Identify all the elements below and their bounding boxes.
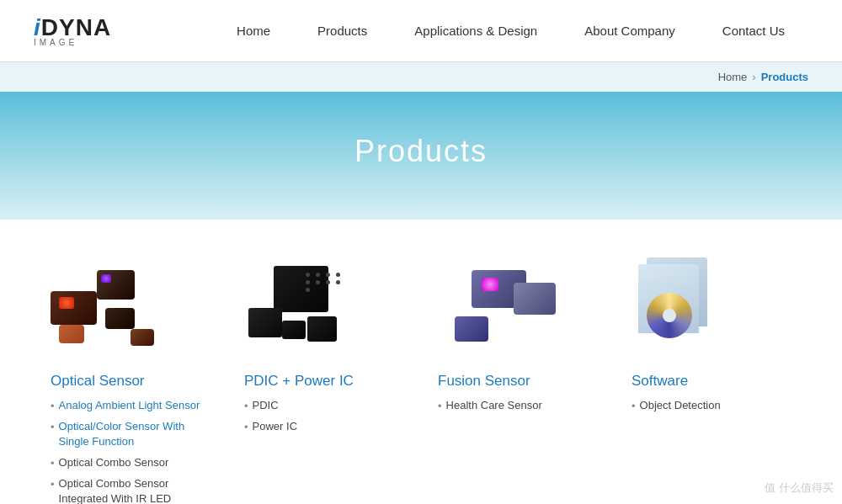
- item-label: Object Detection: [640, 398, 721, 413]
- logo: iDYNA IMAGE: [34, 14, 111, 47]
- pdic-dots: [306, 273, 343, 292]
- dot: [306, 288, 310, 292]
- pdic-chip-med1: [248, 308, 282, 337]
- optical-sensor-title[interactable]: Optical Sensor: [51, 373, 210, 390]
- dot: [306, 280, 310, 284]
- pdic-chip-big: [274, 266, 328, 312]
- sw-disc: [647, 293, 692, 338]
- header: iDYNA IMAGE Home Products Applications &…: [0, 0, 842, 62]
- nav-applications[interactable]: Applications & Design: [391, 0, 561, 62]
- chip3: [105, 308, 135, 329]
- product-col-fusion: Fusion Sensor Health Care Sensor: [438, 253, 598, 419]
- list-item: Health Care Sensor: [438, 398, 598, 414]
- software-title[interactable]: Software: [632, 373, 791, 390]
- list-item: Optical Combo Sensor Integrated With IR …: [51, 476, 210, 504]
- chip-purple: [101, 274, 111, 283]
- fusion-center: [482, 278, 498, 291]
- fusion-chip-right: [514, 283, 556, 315]
- list-item: Optical/Color Sensor With Single Functio…: [51, 419, 210, 449]
- dot: [336, 273, 340, 277]
- list-item: Analog Ambient Light Sensor: [51, 398, 210, 414]
- list-item: Object Detection: [632, 398, 791, 414]
- pdic-list: PDIC Power IC: [244, 398, 404, 435]
- chip-center: [59, 297, 74, 309]
- dot: [326, 280, 330, 284]
- fusion-graphic: [438, 262, 564, 354]
- fusion-list: Health Care Sensor: [438, 398, 598, 414]
- dot: [336, 280, 340, 284]
- chip4: [59, 325, 84, 343]
- optical-sensor-graphic: [51, 262, 185, 354]
- list-item: Power IC: [244, 419, 404, 435]
- pdic-graphic: [244, 262, 354, 354]
- nav-products[interactable]: Products: [294, 0, 391, 62]
- item-label[interactable]: Analog Ambient Light Sensor: [59, 398, 200, 413]
- list-item: PDIC: [244, 398, 404, 414]
- pdic-chip-med2: [307, 316, 337, 342]
- list-item: Optical Combo Sensor: [51, 455, 210, 471]
- optical-sensor-image: [51, 253, 210, 363]
- chip5: [131, 329, 154, 346]
- dot: [316, 280, 320, 284]
- pdic-image: [244, 253, 404, 363]
- logo-i: i: [34, 14, 41, 40]
- breadcrumb-home[interactable]: Home: [718, 71, 748, 83]
- optical-sensor-list: Analog Ambient Light Sensor Optical/Colo…: [51, 398, 210, 504]
- hero-banner: Products: [0, 92, 842, 220]
- item-label: Health Care Sensor: [446, 398, 542, 413]
- fusion-title[interactable]: Fusion Sensor: [438, 373, 598, 390]
- item-label: Optical Combo Sensor Integrated With IR …: [59, 476, 210, 504]
- fusion-chip-bot: [455, 316, 488, 342]
- nav-contact[interactable]: Contact Us: [699, 0, 808, 62]
- software-image: [632, 253, 791, 363]
- pdic-chip-sm1: [282, 321, 306, 339]
- fusion-image: [438, 253, 598, 363]
- nav-about[interactable]: About Company: [561, 0, 699, 62]
- pdic-title[interactable]: PDIC + Power IC: [244, 373, 404, 390]
- hero-title: Products: [34, 134, 808, 169]
- dot: [316, 273, 320, 277]
- main-nav: Home Products Applications & Design Abou…: [213, 0, 808, 61]
- item-label: PDIC: [253, 398, 279, 413]
- breadcrumb-current: Products: [761, 71, 808, 83]
- products-section: Optical Sensor Analog Ambient Light Sens…: [0, 220, 842, 504]
- item-label: Power IC: [253, 419, 297, 434]
- item-label: Optical Combo Sensor: [59, 455, 169, 470]
- breadcrumb: Home › Products: [0, 62, 842, 92]
- logo-brand: DYNA: [41, 14, 111, 40]
- software-graphic: [632, 257, 733, 358]
- product-col-pdic: PDIC + Power IC PDIC Power IC: [244, 253, 404, 440]
- nav-home[interactable]: Home: [213, 0, 294, 62]
- breadcrumb-arrow: ›: [752, 71, 755, 83]
- product-col-software: Software Object Detection: [632, 253, 791, 419]
- item-label[interactable]: Optical/Color Sensor With Single Functio…: [59, 419, 210, 449]
- dot: [326, 273, 330, 277]
- product-col-optical: Optical Sensor Analog Ambient Light Sens…: [51, 253, 210, 504]
- sw-disc-hole: [663, 309, 676, 322]
- dot: [306, 273, 310, 277]
- software-list: Object Detection: [632, 398, 791, 414]
